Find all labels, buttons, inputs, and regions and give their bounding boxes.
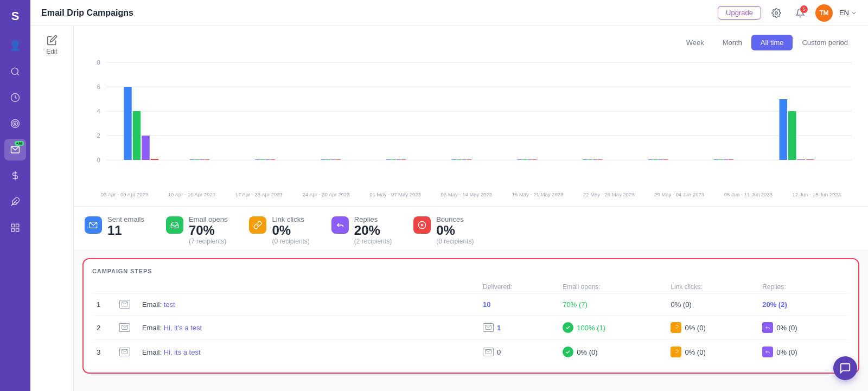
x-label-6: 15 May - 21 May 2023 [512, 191, 564, 197]
settings-icon-btn[interactable] [768, 4, 785, 22]
svg-point-14 [775, 11, 778, 14]
email-label-3: Email: [142, 348, 162, 356]
svg-text:0: 0 [97, 157, 100, 163]
notifications-icon-btn[interactable]: 5 [792, 4, 809, 22]
x-label-7: 22 May - 28 May 2023 [583, 191, 635, 197]
svg-rect-55 [593, 159, 597, 160]
bounces-sub: (0 recipients) [436, 238, 474, 245]
svg-rect-44 [401, 159, 406, 160]
bounces-icon [413, 216, 431, 234]
sidebar: S 👤 +AI [0, 0, 30, 391]
email-opens-value: 70% [189, 223, 228, 238]
svg-rect-37 [321, 159, 325, 160]
upgrade-button[interactable]: Upgrade [718, 6, 761, 20]
sidebar-item-clock[interactable] [4, 87, 26, 108]
campaign-row-2: 2 Email: Hi, it's a test [92, 316, 850, 340]
step-email-icon-2 [115, 316, 138, 340]
svg-rect-67 [797, 159, 805, 160]
col-delivered: Delivered: [478, 281, 558, 293]
sidebar-item-target[interactable] [4, 113, 26, 134]
bar-chart: 8 6 4 2 0 [85, 57, 857, 187]
svg-rect-40 [336, 159, 340, 160]
user-avatar[interactable]: TM [815, 4, 833, 22]
sidebar-item-person[interactable]: 👤 [4, 35, 26, 56]
bounces-value: 0% [436, 223, 474, 238]
opens-value-3: 0% (0) [577, 348, 597, 356]
svg-rect-56 [598, 159, 602, 160]
svg-rect-38 [326, 159, 330, 160]
email-link-3[interactable]: Hi, its a test [164, 348, 201, 356]
step-num-1: 1 [92, 293, 115, 316]
svg-rect-66 [788, 111, 796, 160]
link-clicks-sub: (0 recipients) [272, 238, 309, 245]
sidebar-item-dollar[interactable] [4, 165, 26, 187]
campaign-table: Delivered: Email opens: Link clicks: Rep… [92, 281, 850, 364]
svg-rect-42 [391, 159, 395, 160]
replies-value: 20% [354, 223, 392, 238]
svg-rect-43 [397, 159, 401, 160]
svg-rect-50 [522, 159, 527, 160]
email-link-1[interactable]: test [164, 300, 175, 309]
delivered-value-1: 10 [483, 300, 490, 309]
period-alltime-button[interactable]: All time [751, 35, 793, 50]
delivered-icon-3 [483, 348, 494, 356]
svg-line-1 [17, 73, 18, 75]
col-email-opens: Email opens: [558, 281, 666, 293]
stats-row: Sent emails 11 Email opens 70% (7 recipi… [74, 207, 868, 249]
svg-rect-27 [142, 136, 149, 160]
svg-text:4: 4 [97, 108, 100, 114]
x-label-4: 01 May - 07 May 2023 [369, 191, 421, 197]
main-area: Email Drip Campaigns Upgrade 5 TM EN Edi… [30, 0, 868, 391]
svg-rect-12 [16, 229, 19, 232]
email-opens-sub: (7 recipients) [189, 238, 228, 245]
email-icon-2 [119, 323, 130, 332]
stat-link-clicks: Link clicks 0% (0 recipients) [249, 215, 309, 245]
sent-emails-label: Sent emails [107, 215, 144, 223]
delivered-value-3: 0 [497, 348, 501, 356]
sent-emails-icon [85, 216, 102, 234]
replies-icon-3 [762, 347, 773, 357]
delivered-value-2: 1 [497, 324, 501, 332]
sidebar-item-search[interactable] [4, 61, 26, 82]
col-step-icon [115, 281, 138, 293]
edit-button[interactable]: Edit [46, 35, 58, 55]
email-link-2[interactable]: Hi, it's a test [164, 324, 202, 332]
replies-value-2: 0% (0) [776, 324, 797, 332]
step-num-3: 3 [92, 340, 115, 364]
opens-icon-3 [563, 347, 573, 357]
step-name-2: Email: Hi, it's a test [138, 316, 478, 340]
svg-point-4 [13, 121, 18, 126]
sidebar-item-mail[interactable]: +AI [4, 139, 26, 161]
period-week-button[interactable]: Week [677, 35, 713, 50]
svg-rect-35 [265, 159, 270, 160]
period-filter: Week Month All time Custom period [85, 35, 857, 50]
svg-rect-59 [659, 159, 663, 160]
replies-icon-2 [762, 322, 773, 333]
stat-sent-emails: Sent emails 11 [85, 215, 144, 238]
step-email-icon-1 [115, 293, 138, 316]
svg-rect-47 [462, 159, 466, 160]
email-icon-3 [119, 348, 130, 356]
svg-rect-64 [729, 159, 733, 160]
language-selector[interactable]: EN [839, 9, 857, 17]
replies-2: 0% (0) [758, 316, 850, 340]
link-clicks-2: 0% (0) [666, 316, 758, 340]
period-custom-button[interactable]: Custom period [793, 35, 857, 50]
sent-emails-value: 11 [107, 223, 144, 238]
svg-rect-52 [533, 159, 537, 160]
link-clicks-3: 0% (0) [666, 340, 758, 364]
email-icon-1 [119, 300, 130, 309]
svg-rect-58 [653, 159, 658, 160]
bounces-label: Bounces [436, 215, 474, 223]
chat-bubble[interactable] [833, 356, 857, 380]
chart-x-labels: 03 Apr - 09 Apr 2023 10 Apr - 16 Apr 202… [85, 191, 857, 197]
edit-label: Edit [46, 48, 58, 55]
sidebar-item-puzzle[interactable] [4, 191, 26, 213]
svg-rect-28 [151, 159, 158, 160]
x-label-5: 08 May - 14 May 2023 [441, 191, 493, 197]
period-month-button[interactable]: Month [713, 35, 751, 50]
x-label-8: 29 May - 04 Jun 2023 [654, 191, 704, 197]
sidebar-item-grid[interactable] [4, 217, 26, 239]
svg-rect-29 [190, 159, 194, 160]
link-clicks-1: 0% (0) [666, 293, 758, 316]
